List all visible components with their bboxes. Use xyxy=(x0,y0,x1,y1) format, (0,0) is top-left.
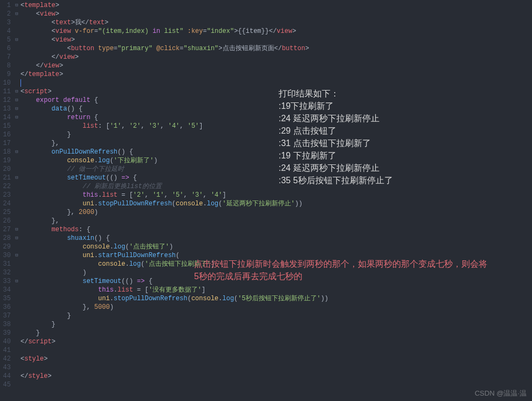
fold-toggle-icon xyxy=(13,122,20,130)
line-number: 33 xyxy=(0,277,11,286)
code-line[interactable]: } xyxy=(20,329,532,337)
line-number: 36 xyxy=(0,303,11,312)
code-line[interactable] xyxy=(20,79,532,87)
line-number: 14 xyxy=(0,113,11,122)
code-line[interactable]: console.log('下拉刷新了') xyxy=(20,156,532,165)
fold-toggle-icon xyxy=(13,381,20,389)
fold-toggle-icon xyxy=(13,268,20,277)
fold-toggle-icon[interactable]: ⊟ xyxy=(13,113,20,122)
code-line[interactable] xyxy=(20,346,532,355)
line-number: 38 xyxy=(0,320,11,329)
line-number: 13 xyxy=(0,105,11,113)
code-line[interactable]: list: ['1', '2', '3', '4', '5'] xyxy=(20,122,532,130)
line-number: 7 xyxy=(0,53,11,61)
line-number: 35 xyxy=(0,294,11,303)
line-number: 44 xyxy=(0,372,11,381)
code-editor[interactable]: 1234567891011121314151617181920212223242… xyxy=(0,0,532,401)
code-line[interactable] xyxy=(20,363,532,372)
code-line[interactable]: <view v-for="(item,index) in list" :key=… xyxy=(20,27,532,36)
fold-toggle-icon[interactable]: ⊟ xyxy=(13,234,20,243)
line-number: 15 xyxy=(0,122,11,130)
output-line: :29 点击按钮了 xyxy=(279,125,393,137)
code-line[interactable]: } xyxy=(20,130,532,139)
line-number: 30 xyxy=(0,251,11,260)
code-line[interactable]: <view> xyxy=(20,36,532,44)
code-line[interactable]: uni.stopPullDownRefresh(console.log('5秒后… xyxy=(20,294,532,303)
code-line[interactable]: </template> xyxy=(20,70,532,79)
fold-toggle-icon xyxy=(13,243,20,251)
code-line[interactable]: console.log('点击按钮了') xyxy=(20,243,532,251)
fold-toggle-icon xyxy=(13,79,20,87)
line-number: 43 xyxy=(0,363,11,372)
code-line[interactable]: </script> xyxy=(20,337,532,346)
code-line[interactable]: // 刷新后更换list的位置 xyxy=(20,182,532,191)
fold-toggle-icon[interactable]: ⊟ xyxy=(13,148,20,156)
code-line[interactable]: <button type="primary" @click="shuaxin">… xyxy=(20,44,532,53)
console-output-overlay: 打印结果如下： :19下拉刷新了 :24 延迟两秒下拉刷新停止 :29 点击按钮… xyxy=(279,87,393,186)
fold-toggle-icon xyxy=(13,286,20,294)
fold-toggle-icon[interactable]: ⊟ xyxy=(13,87,20,96)
fold-toggle-icon xyxy=(13,44,20,53)
code-line[interactable]: setTimeout(() => { xyxy=(20,174,532,182)
line-number: 1 xyxy=(0,1,11,10)
fold-toggle-icon[interactable]: ⊟ xyxy=(13,251,20,260)
line-number: 9 xyxy=(0,70,11,79)
code-line[interactable]: shuaxin() { xyxy=(20,234,532,243)
line-number: 42 xyxy=(0,355,11,363)
code-line[interactable]: onPullDownRefresh() { xyxy=(20,148,532,156)
code-line[interactable]: } xyxy=(20,320,532,329)
fold-toggle-icon xyxy=(13,346,20,355)
code-line[interactable]: }, 2000) xyxy=(20,208,532,217)
line-number: 6 xyxy=(0,44,11,53)
code-line[interactable]: </view> xyxy=(20,61,532,70)
code-line[interactable]: <script> xyxy=(20,87,532,96)
code-line[interactable]: <text>我</text> xyxy=(20,18,532,27)
fold-toggle-icon xyxy=(13,70,20,79)
fold-toggle-icon[interactable]: ⊟ xyxy=(13,277,20,286)
fold-toggle-icon[interactable]: ⊟ xyxy=(13,1,20,10)
code-line[interactable]: }, 5000) xyxy=(20,303,532,312)
line-number: 11 xyxy=(0,87,11,96)
fold-toggle-icon[interactable]: ⊟ xyxy=(13,105,20,113)
code-line[interactable]: </view> xyxy=(20,53,532,61)
line-number: 5 xyxy=(0,36,11,44)
code-line[interactable]: <view> xyxy=(20,10,532,18)
line-number: 45 xyxy=(0,381,11,389)
output-title: 打印结果如下： xyxy=(279,87,393,100)
code-line[interactable]: this.list = ['没有更多数据了'] xyxy=(20,286,532,294)
code-line[interactable]: <style> xyxy=(20,355,532,363)
fold-toggle-icon xyxy=(13,363,20,372)
code-line[interactable]: this.list = ['2', '1', '5', '3', '4'] xyxy=(20,191,532,199)
fold-toggle-icon[interactable]: ⊟ xyxy=(13,96,20,105)
line-number: 12 xyxy=(0,96,11,105)
code-line[interactable] xyxy=(20,381,532,389)
code-line[interactable]: return { xyxy=(20,113,532,122)
fold-column[interactable]: ⊟⊟⊟⊟⊟⊟⊟⊟⊟⊟⊟⊟⊟ xyxy=(13,0,20,401)
code-line[interactable]: }, xyxy=(20,139,532,148)
code-line[interactable]: // 做一个下拉延时 xyxy=(20,165,532,174)
code-line[interactable]: methods: { xyxy=(20,225,532,234)
line-number: 29 xyxy=(0,243,11,251)
fold-toggle-icon xyxy=(13,53,20,61)
code-line[interactable]: <template> xyxy=(20,1,532,10)
fold-toggle-icon[interactable]: ⊟ xyxy=(13,36,20,44)
output-line: :24 延迟两秒下拉刷新停止 xyxy=(279,112,393,125)
output-line: :35 5秒后按钮下拉刷新停止了 xyxy=(279,174,393,186)
code-line[interactable]: uni.stopPullDownRefresh(console.log('延迟两… xyxy=(20,199,532,208)
fold-toggle-icon[interactable]: ⊟ xyxy=(13,225,20,234)
watermark: CSDN @温温·温 xyxy=(475,389,527,398)
fold-toggle-icon xyxy=(13,303,20,312)
fold-toggle-icon[interactable]: ⊟ xyxy=(13,174,20,182)
line-number: 23 xyxy=(0,191,11,199)
line-number: 31 xyxy=(0,260,11,268)
code-line[interactable]: </style> xyxy=(20,372,532,381)
fold-toggle-icon[interactable]: ⊟ xyxy=(13,10,20,18)
code-line[interactable]: } xyxy=(20,312,532,320)
fold-toggle-icon xyxy=(13,130,20,139)
line-number: 37 xyxy=(0,312,11,320)
code-line[interactable]: }, xyxy=(20,217,532,225)
code-area[interactable]: <template> <view> <text>我</text> <view v… xyxy=(20,0,532,401)
code-line[interactable]: export default { xyxy=(20,96,532,105)
code-line[interactable]: data() { xyxy=(20,105,532,113)
output-line: :24 延迟两秒下拉刷新停止 xyxy=(279,162,393,174)
